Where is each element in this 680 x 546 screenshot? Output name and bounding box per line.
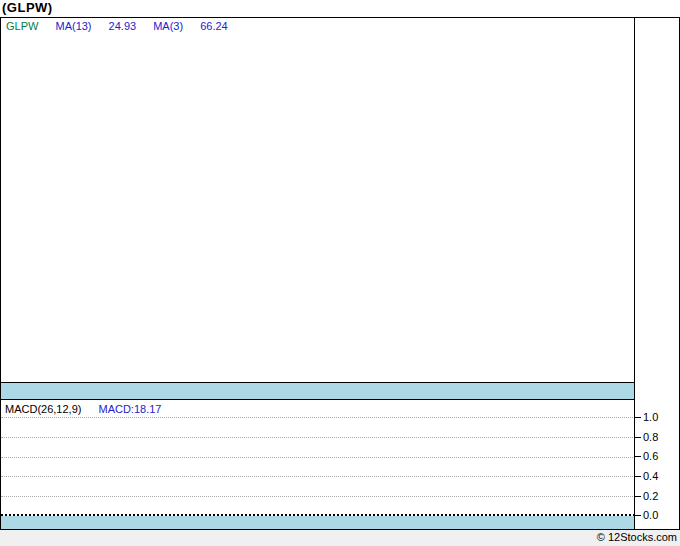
y-axis-tick-label: 0.0 [643,509,658,521]
y-axis-tick [635,456,641,457]
credit-text: © 12Stocks.com [597,531,677,543]
legend-ma3-value: 66.24 [200,20,228,32]
y-axis-tick-label: 0.2 [643,490,658,502]
y-axis-tick [635,417,641,418]
macd-legend-label: MACD(26,12,9) [5,403,81,415]
price-chart-legend: GLPW MA(13) 24.93 MA(3) 66.24 [6,20,228,32]
macd-gridline-0.8 [1,437,633,438]
macd-gridline-0.4 [1,476,633,477]
macd-gridline-0.6 [1,457,633,458]
y-axis-tick [635,496,641,497]
macd-legend: MACD(26,12,9) MACD:18.17 [5,403,161,415]
chart-frame: GLPW MA(13) 24.93 MA(3) 66.24 MACD(26,12… [0,17,680,530]
y-axis-tick-label: 1.0 [643,411,658,423]
price-chart-panel: GLPW MA(13) 24.93 MA(3) 66.24 [1,18,635,383]
y-axis-tick [635,476,641,477]
bottom-band [1,516,635,529]
volume-band [1,383,635,400]
page: (GLPW) GLPW MA(13) 24.93 MA(3) 66.24 MAC… [0,0,680,546]
legend-ma13-value: 24.93 [109,20,137,32]
macd-panel: MACD(26,12,9) MACD:18.17 [1,400,635,516]
footer: © 12Stocks.com [0,530,680,546]
y-axis-tick-label: 0.4 [643,470,658,482]
chart-title: (GLPW) [2,0,53,17]
legend-symbol: GLPW [6,20,38,32]
macd-gridline-0.2 [1,496,633,497]
legend-ma13-label: MA(13) [55,20,91,32]
macd-legend-value: MACD:18.17 [98,403,161,415]
y-axis-tick [635,515,641,516]
y-axis-gutter: 1.0 0.8 0.6 0.4 0.2 0.0 [635,18,679,529]
macd-gridline-1.0 [1,417,633,418]
y-axis-tick-label: 0.8 [643,431,658,443]
y-axis-tick-label: 0.6 [643,450,658,462]
y-axis-tick [635,437,641,438]
legend-ma3-label: MA(3) [153,20,183,32]
